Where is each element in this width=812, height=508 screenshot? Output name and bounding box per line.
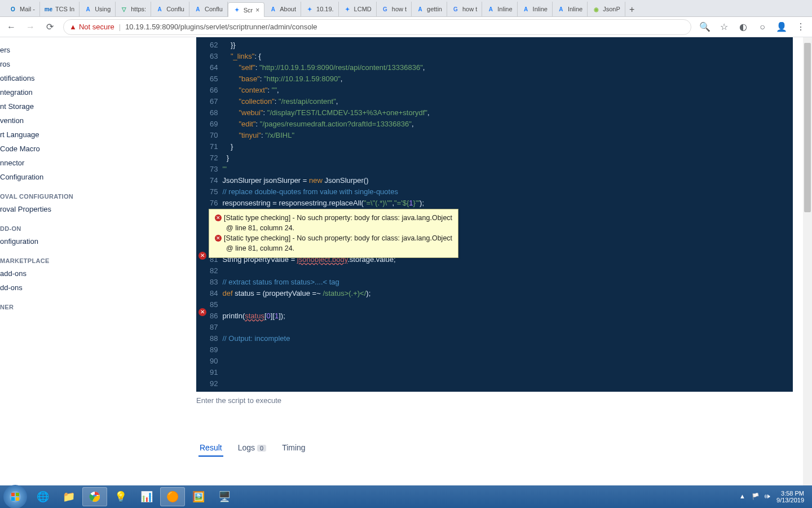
tray-clock[interactable]: 3:58 PM 9/13/2019 [776,490,804,503]
taskbar-app3[interactable]: 🟠 [160,487,185,506]
code-line[interactable]: "_links": { [222,51,793,62]
tooltip-line: @ line 81, column 24. [215,223,452,233]
code-line[interactable]: JsonSlurper jsonSlurper = new JsonSlurpe… [222,175,793,186]
sidebar-item[interactable]: nt Storage [0,99,90,113]
code-line[interactable]: // Output: incomplete [222,333,793,344]
sidebar-item[interactable]: onfiguration [0,234,90,248]
tab-label: TCS In [55,6,74,12]
code-line[interactable] [222,322,793,333]
sidebar-item[interactable]: ntegration [0,85,90,99]
sidebar-item[interactable]: vention [0,113,90,128]
code-line[interactable]: }} [222,40,793,51]
page-scrollbar[interactable] [803,37,812,485]
new-tab-button[interactable]: + [625,3,639,16]
sidebar-item[interactable]: otifications [0,71,90,85]
browser-tab[interactable]: AInline [518,2,553,16]
sidebar-item[interactable]: dd-ons [0,281,90,295]
zoom-icon[interactable]: 🔍 [699,21,710,33]
sidebar-item[interactable]: ros [0,57,90,71]
browser-tab[interactable]: Ghow t [447,2,482,16]
result-tabs: Result Logs0 Timing [196,440,793,457]
sidebar-item[interactable]: rt Language [0,128,90,142]
taskbar-app1[interactable]: 💡 [108,487,133,506]
browser-tab[interactable]: Ghow t [377,2,412,16]
error-marker-icon[interactable]: ✕ [198,252,206,260]
browser-tab[interactable]: AAbout [264,2,301,16]
profile-icon[interactable]: 👤 [776,21,787,33]
browser-tab[interactable]: meTCS In [40,2,80,16]
code-line[interactable]: "tinyui": "/x/BIHL" [222,130,793,141]
tab-logs[interactable]: Logs0 [237,440,267,457]
reload-button[interactable]: ⟳ [44,21,55,33]
taskbar-app2[interactable]: 📊 [134,487,159,506]
tray-flag-icon[interactable]: 🏳️ [752,493,760,501]
ext1-icon[interactable]: ◐ [738,21,749,33]
tab-timing[interactable]: Timing [281,440,307,457]
code-line[interactable]: "edit": "/pages/resumedraft.action?draft… [222,119,793,130]
code-line[interactable]: "self": "http://10.19.1.59:8090/rest/api… [222,62,793,73]
code-line[interactable]: ''' [222,164,793,175]
code-line[interactable] [222,367,793,378]
browser-tab[interactable]: AConflu [189,2,228,16]
code-line[interactable] [222,378,793,389]
code-line[interactable]: // replace double-quotes from value with… [222,186,793,198]
code-line[interactable]: "context": "", [222,85,793,96]
code-line[interactable] [222,299,793,310]
code-line[interactable] [222,344,793,356]
tab-close-icon[interactable]: × [255,6,259,14]
browser-tab[interactable]: AInline [553,2,588,16]
error-marker-icon[interactable]: ✕ [198,308,206,316]
sidebar-item[interactable]: nnector [0,156,90,170]
browser-tab[interactable]: ▽https: [116,2,151,16]
browser-tab[interactable]: ✦10.19. [301,2,339,16]
tray-net-icon[interactable]: 🕪 [764,493,772,501]
bookmark-icon[interactable]: ☆ [718,21,730,33]
code-line[interactable]: "webui": "/display/TEST/LCMDEV-153+%3A+o… [222,107,793,119]
scrollbar-thumb[interactable] [804,43,811,212]
tab-favicon-icon: G [381,5,389,13]
code-line[interactable]: } [222,152,793,164]
sidebar-item[interactable]: Configuration [0,170,90,184]
code-line[interactable] [222,265,793,277]
code-editor[interactable]: ✕✕ 6263646566676869707172737475767778798… [196,37,793,392]
svg-rect-4 [16,497,19,501]
chrome-icon [89,491,100,502]
code-line[interactable]: // extract status from status>....< tag [222,277,793,288]
browser-tab[interactable]: AInline [482,2,517,16]
taskbar-app5[interactable]: 🖥️ [212,487,237,506]
code-line[interactable]: responsestring = responsestring.replaceA… [222,198,793,209]
code-line[interactable]: def status = (propertyValue =~ /status>(… [222,288,793,299]
browser-tab[interactable]: ✦Scr× [228,2,265,17]
browser-tab[interactable]: OMail - [5,2,40,16]
browser-tab[interactable]: AUsing [80,2,116,16]
sidebar-item[interactable]: ers [0,43,90,57]
sidebar-item[interactable]: Code Macro [0,142,90,156]
taskbar-chrome[interactable] [82,487,107,506]
forward-button[interactable]: → [25,21,36,33]
tooltip-line: [Static type checking] - No such propert… [224,233,452,243]
sidebar-item[interactable]: add-ons [0,266,90,281]
code-line[interactable]: println(status[0][1]); [222,310,793,322]
tab-result[interactable]: Result [198,440,223,457]
code-line[interactable] [222,356,793,367]
taskbar-app4[interactable]: 🖼️ [186,487,211,506]
start-button[interactable] [3,485,27,508]
browser-tab[interactable]: ◉JsonP [588,2,625,16]
back-button[interactable]: ← [6,21,17,33]
address-bar[interactable]: ▲ Not secure | 10.19.1.59:8090/plugins/s… [63,19,691,35]
browser-tab[interactable]: AConflu [151,2,189,16]
error-dot-icon: ✕ [215,235,222,242]
taskbar-explorer[interactable]: 📁 [56,487,81,506]
ext2-icon[interactable]: ○ [757,21,768,33]
code-line[interactable]: "base": "http://10.19.1.59:8090", [222,73,793,85]
browser-tab[interactable]: ✦LCMD [339,2,377,16]
browser-tab[interactable]: Agettin [412,2,447,16]
tray-icon[interactable]: ▲ [739,493,747,501]
code-line[interactable]: } [222,141,793,152]
menu-icon[interactable]: ⋮ [795,21,806,33]
tooltip-line: [Static type checking] - No such propert… [224,213,452,223]
tray-time: 3:58 PM [776,490,804,497]
code-line[interactable]: "collection": "/rest/api/content", [222,96,793,107]
sidebar-item[interactable]: roval Properties [0,202,90,216]
taskbar-ie[interactable]: 🌐 [30,487,55,506]
